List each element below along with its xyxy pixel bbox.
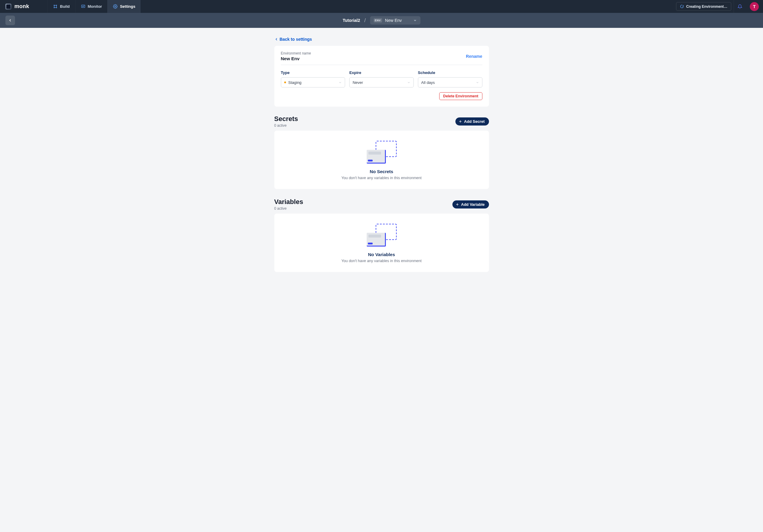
back-link-label: Back to settings [280,37,312,42]
schedule-value: All days [421,80,435,85]
svg-point-1 [56,5,57,6]
delete-environment-button[interactable]: Delete Environment [439,92,482,100]
empty-illustration-icon [367,141,397,164]
nav-tab-build[interactable]: Build [48,0,75,13]
secrets-empty-title: No Secrets [280,169,483,174]
svg-point-9 [115,6,116,7]
nav-tab-build-label: Build [60,4,70,9]
staging-dot-icon [284,81,286,83]
variables-empty-sub: You don't have any variables in this env… [280,259,483,263]
plus-icon [455,203,459,206]
loading-icon [680,5,684,8]
env-name-label: Environment name [281,51,311,55]
type-value: Staging [288,80,302,85]
back-button[interactable] [5,16,15,25]
variables-header: Variables 0 active Add Variable [274,198,489,211]
svg-point-0 [54,5,55,6]
notifications-button[interactable] [734,0,746,13]
secrets-title: Secrets [274,115,298,123]
schedule-field: Schedule All days [418,70,483,87]
chevron-down-icon [413,19,417,22]
env-badge: ENV [374,18,382,23]
type-select[interactable]: Staging [281,77,345,87]
empty-illustration-icon [367,224,397,246]
avatar[interactable]: T [750,2,759,11]
svg-point-2 [54,7,55,8]
expire-label: Expire [349,70,414,75]
chevron-left-icon [274,37,278,41]
expire-select[interactable]: Never [349,77,414,87]
plus-icon [458,120,462,124]
schedule-select[interactable]: All days [418,77,483,87]
add-secret-label: Add Secret [464,119,485,124]
secrets-empty-state: No Secrets You don't have any variables … [274,131,489,189]
nav-tabs: Build Monitor Settings [48,0,141,13]
avatar-initial: T [753,4,756,9]
expire-value: Never [353,80,363,85]
build-icon [53,4,57,9]
nav-tab-monitor[interactable]: Monitor [75,0,108,13]
secrets-subtitle: 0 active [274,124,298,128]
monitor-icon [81,4,85,9]
variables-empty-title: No Variables [280,252,483,257]
rename-link[interactable]: Rename [466,54,482,59]
variables-subtitle: 0 active [274,206,303,211]
brand[interactable]: monk [0,0,48,13]
avatar-wrap: T [746,0,763,13]
chevron-down-icon [476,81,479,84]
secrets-header: Secrets 0 active Add Secret [274,115,489,128]
back-to-settings-link[interactable]: Back to settings [274,37,312,42]
type-label: Type [281,70,345,75]
breadcrumb-project[interactable]: Tutorial2 [343,18,360,23]
bell-icon [737,4,742,9]
main-content: Back to settings Environment name New En… [274,28,489,299]
svg-point-3 [56,7,57,8]
nav-tab-settings[interactable]: Settings [107,0,141,13]
schedule-label: Schedule [418,70,483,75]
brand-logo-icon [5,4,11,10]
add-variable-button[interactable]: Add Variable [452,200,489,209]
nav-tab-settings-label: Settings [120,4,135,9]
nav-tab-monitor-label: Monitor [88,4,102,9]
sub-header: Tutorial2 / ENV New Env [0,13,763,28]
settings-icon [113,4,118,9]
brand-name: monk [14,3,29,10]
add-variable-label: Add Variable [461,202,485,207]
environment-card: Environment name New Env Rename Type Sta… [274,46,489,107]
status-text: Creating Environment… [686,5,727,9]
add-secret-button[interactable]: Add Secret [455,118,489,126]
chevron-down-icon [339,81,342,84]
secrets-empty-sub: You don't have any variables in this env… [280,176,483,180]
status-pill[interactable]: Creating Environment… [676,2,731,11]
breadcrumb: Tutorial2 / ENV New Env [343,16,420,25]
top-nav: monk Build Monitor Settings Creating Env… [0,0,763,13]
variables-empty-state: No Variables You don't have any variable… [274,214,489,272]
environment-selector[interactable]: ENV New Env [370,16,420,25]
variables-title: Variables [274,198,303,206]
env-selector-name: New Env [385,18,402,23]
chevron-down-icon [407,81,410,84]
breadcrumb-separator: / [364,17,366,24]
chevron-left-icon [8,18,12,23]
env-name-value: New Env [281,56,311,61]
type-field: Type Staging [281,70,345,87]
expire-field: Expire Never [349,70,414,87]
